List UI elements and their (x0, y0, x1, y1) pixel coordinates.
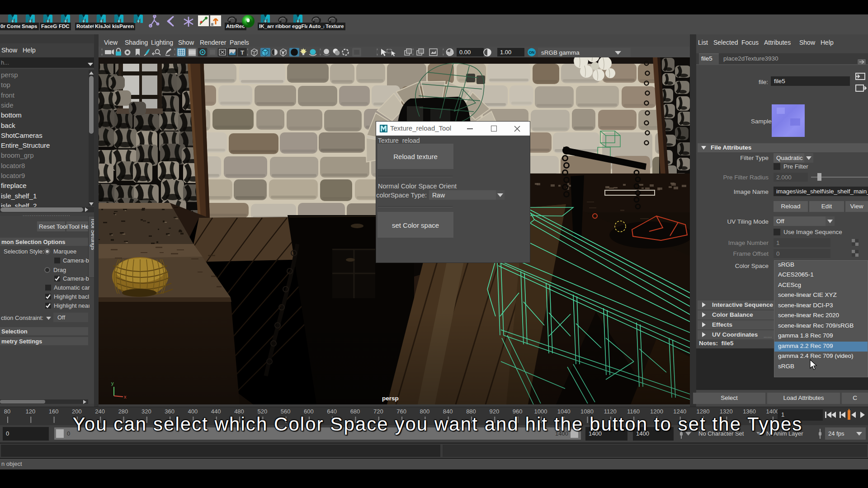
svg-text:sRGB gamma: sRGB gamma (541, 49, 580, 56)
svg-text:0.00: 0.00 (459, 49, 471, 56)
svg-text:persp: persp (382, 395, 399, 402)
svg-text:T: T (241, 49, 244, 56)
svg-text:160: 160 (49, 408, 59, 415)
svg-text:ON: ON (529, 50, 535, 55)
svg-text:120: 120 (25, 408, 35, 415)
svg-text:x: x (124, 394, 127, 399)
svg-text:80: 80 (4, 408, 10, 415)
svg-text:y: y (111, 380, 114, 386)
svg-text:1.00: 1.00 (500, 49, 511, 56)
